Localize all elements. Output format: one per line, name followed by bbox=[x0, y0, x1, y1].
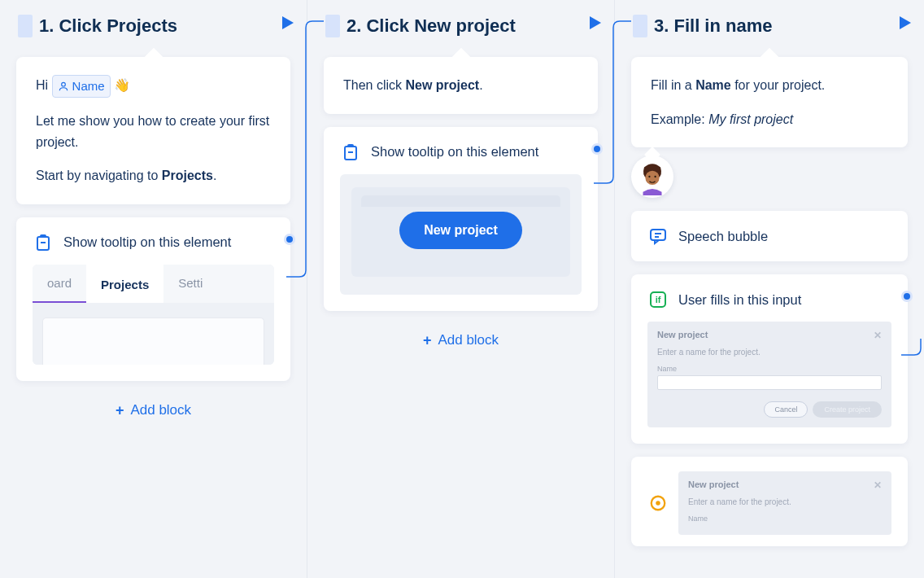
tooltip-block[interactable]: Show tooltip on this element New project bbox=[324, 127, 598, 311]
play-icon[interactable] bbox=[282, 16, 294, 33]
speech-bubble-icon bbox=[647, 226, 669, 247]
play-icon[interactable] bbox=[590, 16, 601, 33]
if-icon: if bbox=[647, 289, 669, 310]
step-header: 3. Fill in name bbox=[615, 0, 924, 37]
dialog-field-label: Name bbox=[657, 365, 882, 373]
step-header: 2. Click New project bbox=[307, 0, 614, 37]
intro-card[interactable]: Hi Name 👋 Let me show you how to create … bbox=[16, 57, 290, 204]
element-preview: New project bbox=[340, 174, 582, 295]
block-label: Speech bubble bbox=[678, 229, 768, 244]
step-title: 1. Click Projects bbox=[39, 15, 289, 37]
tooltip-block[interactable]: Show tooltip on this element oard Projec… bbox=[16, 217, 290, 381]
plus-icon: + bbox=[423, 332, 432, 349]
connector-handle[interactable] bbox=[901, 291, 913, 302]
clipboard-icon bbox=[33, 232, 54, 253]
intro-text: Fill in a Name for your project. Example… bbox=[651, 75, 888, 129]
block-label: Show tooltip on this element bbox=[371, 144, 538, 160]
speech-bubble-block[interactable]: Speech bubble bbox=[631, 211, 908, 261]
connector-handle[interactable] bbox=[284, 234, 295, 245]
persona-avatar[interactable] bbox=[631, 155, 673, 198]
step-badge bbox=[325, 15, 340, 37]
step-column-2: 2. Click New project Then click New proj… bbox=[307, 0, 615, 578]
step-column-3: 3. Fill in name Fill in a Name for your … bbox=[615, 0, 924, 578]
person-icon bbox=[58, 81, 69, 92]
dialog-cancel-button: Cancel bbox=[764, 401, 808, 418]
step-column-1: 1. Click Projects Hi Name 👋 Let me show … bbox=[0, 0, 307, 578]
if-block[interactable]: if User fills in this input New project … bbox=[631, 274, 908, 444]
dialog-create-button: Create project bbox=[813, 401, 882, 418]
preview-new-project-button: New project bbox=[399, 212, 522, 249]
block-label: Show tooltip on this element bbox=[63, 234, 231, 250]
target-icon bbox=[647, 493, 669, 514]
dialog-preview: New project ✕ Enter a name for the proje… bbox=[678, 471, 891, 535]
svg-point-0 bbox=[61, 82, 65, 86]
add-block-button[interactable]: + Add block bbox=[0, 381, 307, 440]
svg-point-8 bbox=[654, 176, 656, 177]
preview-tab: Setti bbox=[163, 265, 217, 303]
step-title: 2. Click New project bbox=[346, 15, 596, 37]
svg-point-15 bbox=[656, 501, 660, 506]
target-block[interactable]: New project ✕ Enter a name for the proje… bbox=[631, 457, 908, 546]
dialog-subtitle: Enter a name for the project. bbox=[657, 348, 882, 357]
svg-text:if: if bbox=[656, 295, 661, 304]
intro-text: Hi Name 👋 Let me show you how to create … bbox=[36, 75, 271, 186]
dialog-field-label: Name bbox=[688, 515, 882, 523]
svg-point-7 bbox=[648, 176, 650, 177]
dialog-title: New project bbox=[688, 479, 739, 491]
play-icon[interactable] bbox=[900, 16, 911, 33]
dialog-subtitle: Enter a name for the project. bbox=[688, 497, 882, 506]
element-preview: oard Projects Setti bbox=[33, 265, 274, 365]
clipboard-icon bbox=[340, 142, 361, 163]
svg-rect-9 bbox=[651, 230, 665, 240]
step-badge bbox=[18, 15, 33, 37]
block-label: User fills in this input bbox=[678, 292, 801, 308]
close-icon: ✕ bbox=[874, 479, 882, 491]
preview-tab-active: Projects bbox=[86, 265, 163, 303]
dialog-input-field bbox=[657, 375, 882, 390]
intro-card[interactable]: Then click New project. bbox=[324, 57, 598, 114]
step-header: 1. Click Projects bbox=[0, 0, 307, 37]
step-badge bbox=[633, 15, 647, 37]
step-title: 3. Fill in name bbox=[654, 15, 906, 37]
dialog-title: New project bbox=[657, 330, 708, 341]
dialog-preview: New project ✕ Enter a name for the proje… bbox=[647, 322, 891, 427]
avatar-illustration bbox=[634, 158, 671, 195]
add-block-button[interactable]: + Add block bbox=[307, 311, 614, 370]
name-variable-chip[interactable]: Name bbox=[52, 75, 111, 98]
close-icon: ✕ bbox=[874, 330, 882, 341]
preview-tab: oard bbox=[33, 265, 86, 303]
intro-text: Then click New project. bbox=[343, 75, 578, 96]
connector-handle[interactable] bbox=[591, 143, 603, 155]
intro-card[interactable]: Fill in a Name for your project. Example… bbox=[631, 57, 908, 147]
plus-icon: + bbox=[116, 402, 124, 419]
